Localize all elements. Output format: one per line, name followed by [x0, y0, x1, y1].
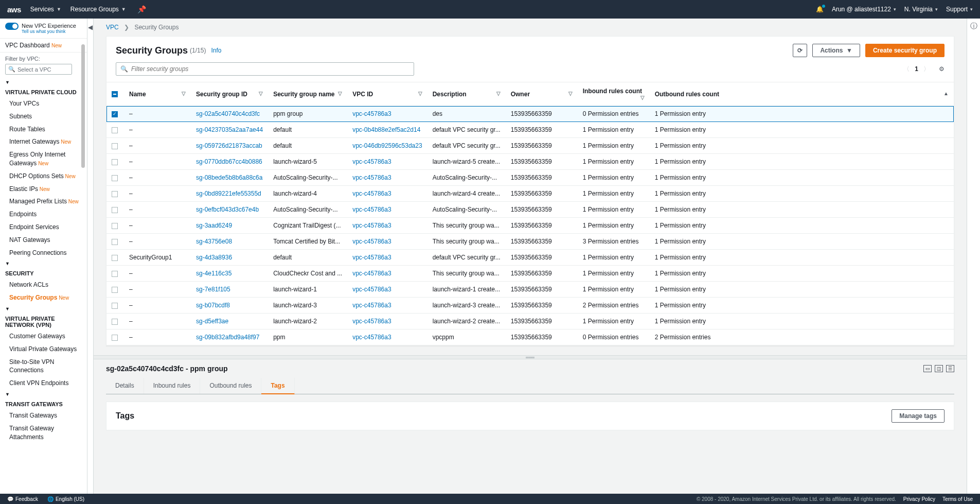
row-checkbox[interactable]: [112, 335, 118, 341]
vpc-filter-select[interactable]: 🔍 Select a VPC: [5, 64, 72, 75]
table-row[interactable]: –sg-b07bcdf8launch-wizard-3vpc-c45786a3l…: [106, 298, 954, 314]
table-row[interactable]: –sg-02a5c40740c4cd3fcppm groupvpc-c45786…: [106, 106, 954, 122]
table-row[interactable]: –sg-0efbcf043d3c67e4bAutoScaling-Securit…: [106, 202, 954, 218]
layout-default-icon[interactable]: ▭: [923, 365, 932, 372]
col-inbound[interactable]: Inbound rules count: [583, 88, 642, 95]
aws-logo[interactable]: aws: [7, 5, 21, 14]
row-checkbox[interactable]: [112, 207, 118, 213]
cell-sgid-link[interactable]: sg-04237035a2aa7ae44: [196, 126, 263, 133]
sidebar-item-vpc[interactable]: Your VPCs: [0, 97, 87, 110]
cell-vpc-link[interactable]: vpc-c45786a3: [352, 286, 391, 293]
layout-full-icon[interactable]: ☰: [946, 365, 954, 372]
row-checkbox[interactable]: [112, 143, 118, 149]
col-owner[interactable]: Owner: [511, 91, 530, 98]
filter-search[interactable]: 🔍: [116, 62, 414, 76]
tab-tags[interactable]: Tags: [261, 378, 294, 394]
page-prev-button[interactable]: 〈: [903, 65, 910, 74]
info-link[interactable]: Info: [211, 47, 221, 54]
sidebar-item-transit[interactable]: Transit Gateway Attachments: [0, 422, 87, 444]
table-row[interactable]: SecurityGroup1sg-4d3a8936defaultvpc-c457…: [106, 250, 954, 266]
sidebar-item-security[interactable]: Security Groups New: [0, 291, 87, 304]
split-handle[interactable]: ═══: [94, 355, 967, 359]
sidebar-item-vpc[interactable]: Route Tables: [0, 123, 87, 136]
cell-vpc-link[interactable]: vpc-c45786a3: [352, 158, 391, 165]
filter-icon[interactable]: ▽: [259, 91, 263, 96]
col-name[interactable]: Name: [129, 91, 146, 98]
cell-sgid-link[interactable]: sg-0efbcf043d3c67e4b: [196, 206, 259, 213]
table-row[interactable]: –sg-09b832afbd9a48f97ppmvpc-c45786a3vpcp…: [106, 329, 954, 345]
cell-vpc-link[interactable]: vpc-c45786a3: [352, 222, 391, 229]
cell-sgid-link[interactable]: sg-7e81f105: [196, 286, 230, 293]
nav-resource-groups[interactable]: Resource Groups▼: [70, 6, 126, 13]
filter-icon[interactable]: ▽: [640, 95, 645, 100]
refresh-button[interactable]: ⟳: [793, 44, 807, 57]
cell-sgid-link[interactable]: sg-02a5c40740c4cd3fc: [196, 110, 260, 117]
cell-sgid-link[interactable]: sg-b07bcdf8: [196, 302, 230, 309]
table-row[interactable]: –sg-d5eff3aelaunch-wizard-2vpc-c45786a3l…: [106, 314, 954, 329]
row-checkbox[interactable]: [112, 159, 118, 165]
sidebar-item-vpc[interactable]: Peering Connections: [0, 247, 87, 259]
sidebar-item-vpn[interactable]: Virtual Private Gateways: [0, 343, 87, 356]
filter-icon[interactable]: ▽: [496, 91, 501, 96]
table-row[interactable]: –sg-04237035a2aa7ae44defaultvpc-0b4b88e2…: [106, 122, 954, 138]
cell-vpc-link[interactable]: vpc-c45786a3: [352, 206, 391, 213]
cell-sgid-link[interactable]: sg-08bede5b8b6a88c6a: [196, 174, 262, 181]
section-caret[interactable]: ▼: [0, 390, 87, 397]
col-description[interactable]: Description: [433, 91, 467, 98]
row-checkbox[interactable]: [112, 191, 118, 197]
sidebar-item-vpn[interactable]: Site-to-Site VPN Connections: [0, 356, 87, 377]
tab-inbound[interactable]: Inbound rules: [144, 378, 201, 394]
cell-vpc-link[interactable]: vpc-046db92596c53da23: [352, 142, 422, 149]
filter-icon[interactable]: ▽: [568, 91, 573, 96]
col-outbound[interactable]: Outbound rules count: [655, 91, 719, 98]
actions-button[interactable]: Actions ▼: [812, 44, 860, 57]
row-checkbox[interactable]: [112, 239, 118, 245]
scrollbar[interactable]: [81, 44, 85, 168]
sidebar-item-vpc[interactable]: Endpoints: [0, 208, 87, 221]
table-row[interactable]: –sg-3aad6249Cognizant TrailDigest (...vp…: [106, 218, 954, 234]
sidebar-item-vpc[interactable]: Egress Only Internet Gateways New: [0, 148, 87, 170]
cell-vpc-link[interactable]: vpc-c45786a3: [352, 190, 391, 197]
filter-icon[interactable]: ▽: [182, 91, 186, 96]
cell-vpc-link[interactable]: vpc-c45786a3: [352, 174, 391, 181]
table-row[interactable]: –sg-4e116c35CloudCheckr Cost and ...vpc-…: [106, 266, 954, 282]
sidebar-item-transit[interactable]: Transit Gateways: [0, 409, 87, 422]
sidebar-item-security[interactable]: Network ACLs: [0, 279, 87, 291]
row-checkbox[interactable]: [112, 255, 118, 261]
sidebar-item-vpn[interactable]: Customer Gateways: [0, 330, 87, 343]
layout-split-icon[interactable]: ◫: [935, 365, 943, 372]
cell-vpc-link[interactable]: vpc-c45786a3: [352, 302, 391, 309]
sort-icon[interactable]: ▲: [943, 91, 949, 96]
cell-vpc-link[interactable]: vpc-c45786a3: [352, 318, 391, 325]
cell-vpc-link[interactable]: vpc-c45786a3: [352, 254, 391, 261]
cell-vpc-link[interactable]: vpc-0b4b88e2ef5ac2d14: [352, 126, 420, 133]
filter-icon[interactable]: ▽: [338, 91, 342, 96]
row-checkbox[interactable]: [112, 111, 118, 117]
tab-details[interactable]: Details: [106, 378, 144, 394]
page-next-button[interactable]: 〉: [923, 65, 930, 74]
table-row[interactable]: –sg-08bede5b8b6a88c6aAutoScaling-Securit…: [106, 170, 954, 186]
section-caret[interactable]: ▼: [0, 304, 87, 311]
cell-sgid-link[interactable]: sg-059726d21873accab: [196, 142, 262, 149]
section-caret[interactable]: ▼: [0, 259, 87, 266]
notifications-icon[interactable]: 🔔: [816, 6, 824, 13]
table-row[interactable]: –sg-7e81f105launch-wizard-1vpc-c45786a3l…: [106, 282, 954, 298]
table-row[interactable]: –sg-43756e08Tomcat Certified by Bit...vp…: [106, 234, 954, 250]
cell-sgid-link[interactable]: sg-0bd89221efe55355d: [196, 190, 261, 197]
col-sgid[interactable]: Security group ID: [196, 91, 247, 98]
section-caret[interactable]: ▼: [0, 78, 87, 85]
nav-support[interactable]: Support▾: [946, 6, 973, 13]
nav-account[interactable]: Arun @ aliastest1122▾: [832, 6, 896, 13]
row-checkbox[interactable]: [112, 319, 118, 325]
cell-vpc-link[interactable]: vpc-c45786a3: [352, 110, 391, 117]
col-vpcid[interactable]: VPC ID: [352, 91, 373, 98]
table-row[interactable]: –sg-0bd89221efe55355dlaunch-wizard-4vpc-…: [106, 186, 954, 202]
sidebar-dashboard[interactable]: VPC Dashboard New: [0, 39, 87, 53]
tab-outbound[interactable]: Outbound rules: [200, 378, 261, 394]
sidebar-item-vpc[interactable]: Elastic IPs New: [0, 183, 87, 196]
experience-toggle[interactable]: [5, 23, 19, 30]
sidebar-item-vpc[interactable]: Internet Gateways New: [0, 135, 87, 148]
sidebar-collapse-icon[interactable]: ◀: [87, 19, 94, 494]
cell-sgid-link[interactable]: sg-0770ddb67cc4b0886: [196, 158, 262, 165]
cell-vpc-link[interactable]: vpc-c45786a3: [352, 334, 391, 341]
